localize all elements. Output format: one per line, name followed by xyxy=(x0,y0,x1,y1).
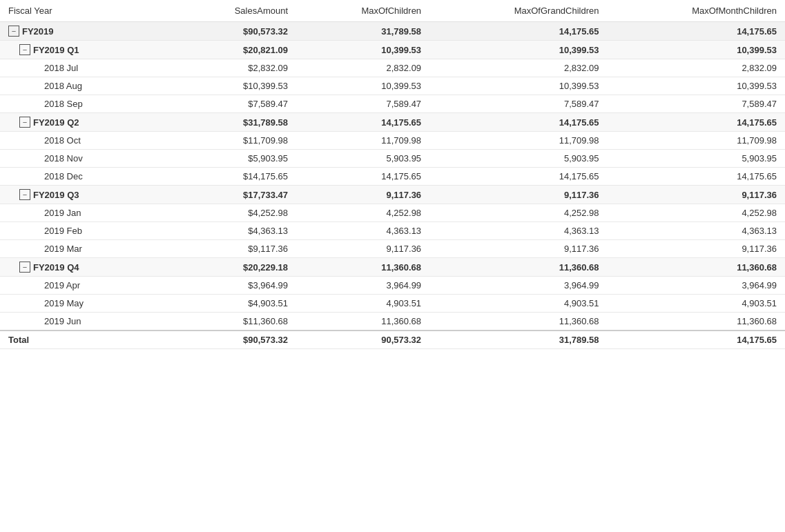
max-children-cell: 11,360.68 xyxy=(296,258,429,277)
max-grand-children-cell: 11,709.98 xyxy=(429,132,607,150)
max-grand-children-cell: 14,175.65 xyxy=(429,113,607,132)
table-row: −FY2019 Q4$20,229.1811,360.6811,360.6811… xyxy=(0,258,785,277)
sales-amount-cell: $4,903.51 xyxy=(163,295,296,313)
fiscal-year-cell[interactable]: −FY2019 xyxy=(0,22,163,41)
row-label: 2019 Jan xyxy=(44,208,81,218)
max-grand-children-cell: 10,399.53 xyxy=(429,41,607,59)
max-month-children-cell: 3,964.99 xyxy=(608,277,785,295)
sales-amount-cell: $2,832.09 xyxy=(163,59,296,77)
max-children-cell: 2,832.09 xyxy=(296,59,429,77)
max-children-cell: 4,903.51 xyxy=(296,295,429,313)
row-label: FY2019 Q3 xyxy=(33,190,79,200)
fiscal-year-cell[interactable]: −FY2019 Q1 xyxy=(0,41,163,59)
row-label: FY2019 xyxy=(22,26,54,37)
col-header-sales-amount: SalesAmount xyxy=(163,0,296,22)
fiscal-year-cell: 2019 Jun xyxy=(0,313,163,331)
max-children-cell: 7,589.47 xyxy=(296,95,429,113)
expand-collapse-icon[interactable]: − xyxy=(19,117,30,128)
table-row: 2019 Jan$4,252.984,252.984,252.984,252.9… xyxy=(0,204,785,222)
max-grand-children-cell: 2,832.09 xyxy=(429,59,607,77)
max-month-children-cell: 10,399.53 xyxy=(608,41,785,59)
max-month-children-cell: 14,175.65 xyxy=(608,168,785,186)
table-row: 2019 Mar$9,117.369,117.369,117.369,117.3… xyxy=(0,240,785,258)
max-children-cell: 10,399.53 xyxy=(296,41,429,59)
max-month-children-cell: 4,363.13 xyxy=(608,222,785,240)
fiscal-year-cell: 2019 Feb xyxy=(0,222,163,240)
max-month-children-cell: 9,117.36 xyxy=(608,240,785,258)
sales-amount-cell: $7,589.47 xyxy=(163,95,296,113)
col-header-max-month-children: MaxOfMonthChildren xyxy=(608,0,785,22)
max-month-children-cell: 2,832.09 xyxy=(608,59,785,77)
max-grand-children-cell: 10,399.53 xyxy=(429,77,607,95)
table-container: Fiscal Year SalesAmount MaxOfChildren Ma… xyxy=(0,0,785,532)
max-month-children-cell: 11,709.98 xyxy=(608,132,785,150)
max-children-cell: 14,175.65 xyxy=(296,168,429,186)
row-label: 2018 Oct xyxy=(44,135,81,146)
max-children-cell: 4,252.98 xyxy=(296,204,429,222)
row-label: 2018 Aug xyxy=(44,81,82,91)
table-row: 2018 Jul$2,832.092,832.092,832.092,832.0… xyxy=(0,59,785,77)
sales-amount-cell: $90,573.32 xyxy=(163,22,296,41)
max-grand-children-cell: 14,175.65 xyxy=(429,168,607,186)
max-children-cell: 3,964.99 xyxy=(296,277,429,295)
sales-amount-cell: $9,117.36 xyxy=(163,240,296,258)
table-row: 2018 Nov$5,903.955,903.955,903.955,903.9… xyxy=(0,150,785,168)
max-children-cell: 14,175.65 xyxy=(296,113,429,132)
sales-amount-cell: $11,360.68 xyxy=(163,313,296,331)
sales-amount-cell: $5,903.95 xyxy=(163,150,296,168)
fiscal-year-table: Fiscal Year SalesAmount MaxOfChildren Ma… xyxy=(0,0,785,349)
max-grand-children-cell: 4,252.98 xyxy=(429,204,607,222)
max-month-children-cell: 14,175.65 xyxy=(608,22,785,41)
sales-amount-cell: $20,821.09 xyxy=(163,41,296,59)
table-row: Total$90,573.3290,573.3231,789.5814,175.… xyxy=(0,331,785,349)
max-grand-children-cell: 4,363.13 xyxy=(429,222,607,240)
table-row: 2019 Jun$11,360.6811,360.6811,360.6811,3… xyxy=(0,313,785,331)
fiscal-year-cell: 2018 Oct xyxy=(0,132,163,150)
max-grand-children-cell: 9,117.36 xyxy=(429,240,607,258)
max-month-children-cell: 11,360.68 xyxy=(608,258,785,277)
sales-amount-cell: $17,733.47 xyxy=(163,186,296,204)
sales-amount-cell: $3,964.99 xyxy=(163,277,296,295)
max-grand-children-cell: 3,964.99 xyxy=(429,277,607,295)
table-row: 2018 Aug$10,399.5310,399.5310,399.5310,3… xyxy=(0,77,785,95)
fiscal-year-cell[interactable]: −FY2019 Q2 xyxy=(0,113,163,132)
max-month-children-cell: 10,399.53 xyxy=(608,77,785,95)
fiscal-year-cell: 2018 Aug xyxy=(0,77,163,95)
row-label: 2018 Nov xyxy=(44,153,83,164)
max-month-children-cell: 4,903.51 xyxy=(608,295,785,313)
expand-collapse-icon[interactable]: − xyxy=(8,26,19,37)
expand-collapse-icon[interactable]: − xyxy=(19,44,30,55)
max-month-children-cell: 4,252.98 xyxy=(608,204,785,222)
col-header-max-children: MaxOfChildren xyxy=(296,0,429,22)
sales-amount-cell: $4,252.98 xyxy=(163,204,296,222)
header-row: Fiscal Year SalesAmount MaxOfChildren Ma… xyxy=(0,0,785,22)
max-month-children-cell: 5,903.95 xyxy=(608,150,785,168)
max-grand-children-cell: 31,789.58 xyxy=(429,331,607,349)
max-grand-children-cell: 7,589.47 xyxy=(429,95,607,113)
fiscal-year-cell: 2018 Jul xyxy=(0,59,163,77)
fiscal-year-cell: 2018 Nov xyxy=(0,150,163,168)
max-grand-children-cell: 4,903.51 xyxy=(429,295,607,313)
fiscal-year-cell[interactable]: −FY2019 Q4 xyxy=(0,258,163,277)
max-grand-children-cell: 11,360.68 xyxy=(429,258,607,277)
fiscal-year-cell: 2018 Dec xyxy=(0,168,163,186)
table-row: 2019 Feb$4,363.134,363.134,363.134,363.1… xyxy=(0,222,785,240)
fiscal-year-cell: 2019 Mar xyxy=(0,240,163,258)
row-label: FY2019 Q1 xyxy=(33,45,79,55)
max-grand-children-cell: 11,360.68 xyxy=(429,313,607,331)
max-month-children-cell: 14,175.65 xyxy=(608,113,785,132)
max-children-cell: 9,117.36 xyxy=(296,240,429,258)
fiscal-year-cell[interactable]: −FY2019 Q3 xyxy=(0,186,163,204)
sales-amount-cell: $31,789.58 xyxy=(163,113,296,132)
row-label: FY2019 Q2 xyxy=(33,117,79,128)
table-row: 2019 May$4,903.514,903.514,903.514,903.5… xyxy=(0,295,785,313)
max-month-children-cell: 7,589.47 xyxy=(608,95,785,113)
col-header-fiscal-year: Fiscal Year xyxy=(0,0,163,22)
row-label: 2018 Dec xyxy=(44,171,83,181)
expand-collapse-icon[interactable]: − xyxy=(19,189,30,200)
sales-amount-cell: $4,363.13 xyxy=(163,222,296,240)
row-label: 2018 Jul xyxy=(44,63,78,73)
fiscal-year-cell: 2019 Apr xyxy=(0,277,163,295)
expand-collapse-icon[interactable]: − xyxy=(19,262,30,273)
sales-amount-cell: $11,709.98 xyxy=(163,132,296,150)
